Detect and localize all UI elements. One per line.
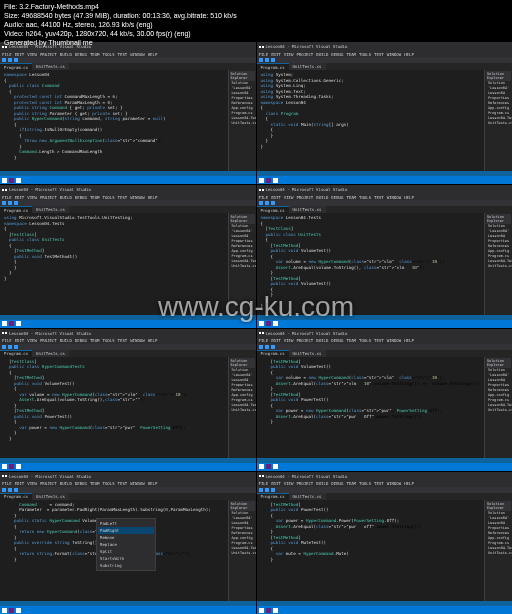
windows-taskbar[interactable] — [0, 606, 256, 614]
menu-item[interactable]: WINDOW — [130, 195, 144, 200]
menu-item[interactable]: VIEW — [284, 52, 294, 57]
dropdown-item[interactable]: StartsWith — [98, 555, 154, 562]
menu-item[interactable]: BUILD — [316, 52, 328, 57]
menu-item[interactable]: TEAM — [346, 481, 356, 486]
taskbar-icon[interactable] — [273, 464, 278, 469]
tool-icon[interactable] — [14, 201, 18, 205]
editor-tab-active[interactable]: Program.cs — [0, 63, 32, 70]
tool-icon[interactable] — [14, 345, 18, 349]
taskbar-icon[interactable] — [16, 608, 21, 613]
window-titlebar[interactable]: Lesson04 - Microsoft Visual Studio — [257, 472, 513, 481]
menu-item[interactable]: VIEW — [284, 195, 294, 200]
menu-item[interactable]: VIEW — [27, 195, 37, 200]
start-button-icon[interactable] — [259, 178, 264, 183]
tree-item[interactable]: Program.cs — [486, 398, 511, 403]
menu-item[interactable]: TEAM — [90, 195, 100, 200]
tool-icon[interactable] — [8, 58, 12, 62]
code-editor[interactable]: namespace Lesson04.Tests{ [TestClass] pu… — [257, 213, 485, 314]
tool-icon[interactable] — [2, 58, 6, 62]
tool-icon[interactable] — [2, 345, 6, 349]
menu-item[interactable]: TEAM — [346, 195, 356, 200]
menu-item[interactable]: TEAM — [90, 338, 100, 343]
menu-item[interactable]: DEBUG — [75, 481, 87, 486]
menu-item[interactable]: FILE — [2, 195, 12, 200]
menu-item[interactable]: WINDOW — [387, 338, 401, 343]
menu-item[interactable]: HELP — [148, 52, 158, 57]
solution-explorer[interactable]: Solution ExplorerSolution 'Lesson04'Less… — [228, 70, 256, 171]
menu-item[interactable]: TOOLS — [103, 195, 115, 200]
tool-icon[interactable] — [14, 488, 18, 492]
tree-item[interactable]: Properties — [230, 383, 255, 388]
vs-taskbar-icon[interactable] — [9, 608, 14, 613]
windows-taskbar[interactable] — [257, 320, 513, 328]
menu-item[interactable]: BUILD — [60, 481, 72, 486]
code-editor[interactable]: [TestMethod] public void PowerTest() { v… — [257, 500, 485, 601]
editor-tab[interactable]: UnitTests.cs — [32, 493, 69, 500]
menu-item[interactable]: TEST — [374, 52, 384, 57]
taskbar-icon[interactable] — [273, 608, 278, 613]
tool-icon[interactable] — [271, 488, 275, 492]
menu-item[interactable]: PROJECT — [296, 481, 313, 486]
menu-item[interactable]: EDIT — [271, 338, 281, 343]
menu-item[interactable]: BUILD — [316, 338, 328, 343]
windows-taskbar[interactable] — [257, 463, 513, 471]
tree-item[interactable]: UnitTests.cs — [486, 408, 511, 413]
menu-item[interactable]: PROJECT — [296, 338, 313, 343]
menu-item[interactable]: FILE — [2, 52, 12, 57]
menu-item[interactable]: BUILD — [316, 481, 328, 486]
menu-item[interactable]: TOOLS — [359, 52, 371, 57]
menu-item[interactable]: EDIT — [271, 52, 281, 57]
menu-item[interactable]: HELP — [404, 338, 414, 343]
menu-item[interactable]: WINDOW — [130, 481, 144, 486]
menu-item[interactable]: BUILD — [60, 195, 72, 200]
editor-tab-active[interactable]: Program.cs — [257, 350, 289, 357]
tool-icon[interactable] — [265, 58, 269, 62]
menu-item[interactable]: VIEW — [284, 338, 294, 343]
menu-item[interactable]: PROJECT — [40, 195, 57, 200]
menu-item[interactable]: TOOLS — [103, 481, 115, 486]
solution-explorer[interactable]: Solution ExplorerSolution 'Lesson04'Less… — [484, 357, 512, 458]
menu-item[interactable]: DEBUG — [75, 52, 87, 57]
menu-item[interactable]: HELP — [404, 195, 414, 200]
tree-item[interactable]: References — [486, 388, 511, 393]
vs-taskbar-icon[interactable] — [266, 321, 271, 326]
menu-item[interactable]: DEBUG — [331, 481, 343, 486]
menu-item[interactable]: TOOLS — [103, 338, 115, 343]
tool-icon[interactable] — [259, 58, 263, 62]
editor-tab[interactable]: UnitTests.cs — [32, 206, 69, 213]
tree-item[interactable]: Program.cs — [230, 398, 255, 403]
tool-icon[interactable] — [265, 345, 269, 349]
menu-item[interactable]: HELP — [404, 52, 414, 57]
menu-item[interactable]: TEST — [118, 481, 128, 486]
tree-item[interactable]: App.config — [230, 393, 255, 398]
menu-item[interactable]: DEBUG — [75, 195, 87, 200]
start-button-icon[interactable] — [259, 321, 264, 326]
code-editor[interactable]: [TestClass] public class HyperCommandTes… — [0, 357, 228, 458]
tree-item[interactable]: UnitTests.cs — [230, 551, 255, 556]
menu-item[interactable]: PROJECT — [40, 481, 57, 486]
tool-icon[interactable] — [271, 201, 275, 205]
menu-item[interactable]: FILE — [259, 195, 269, 200]
menu-item[interactable]: HELP — [404, 481, 414, 486]
tree-item[interactable]: UnitTests.cs — [230, 408, 255, 413]
tool-icon[interactable] — [271, 345, 275, 349]
dropdown-item[interactable]: PadLeft — [98, 520, 154, 527]
dropdown-item[interactable]: Split — [98, 548, 154, 555]
tree-item[interactable]: References — [230, 388, 255, 393]
menu-item[interactable]: TOOLS — [359, 338, 371, 343]
tree-item[interactable]: Solution 'Lesson04' — [230, 81, 255, 91]
menu-item[interactable]: EDIT — [15, 338, 25, 343]
menu-item[interactable]: FILE — [259, 338, 269, 343]
solution-explorer[interactable]: Solution ExplorerSolution 'Lesson04'Less… — [484, 70, 512, 171]
editor-tab[interactable]: UnitTests.cs — [32, 63, 69, 70]
tree-item[interactable]: UnitTests.cs — [486, 121, 511, 126]
start-button-icon[interactable] — [2, 321, 7, 326]
menu-item[interactable]: TEST — [374, 338, 384, 343]
vs-taskbar-icon[interactable] — [9, 464, 14, 469]
tree-item[interactable]: UnitTests.cs — [230, 264, 255, 269]
menu-item[interactable]: TOOLS — [359, 195, 371, 200]
tool-icon[interactable] — [8, 201, 12, 205]
editor-tab[interactable]: UnitTests.cs — [32, 350, 69, 357]
tool-icon[interactable] — [14, 58, 18, 62]
menu-item[interactable]: PROJECT — [296, 195, 313, 200]
